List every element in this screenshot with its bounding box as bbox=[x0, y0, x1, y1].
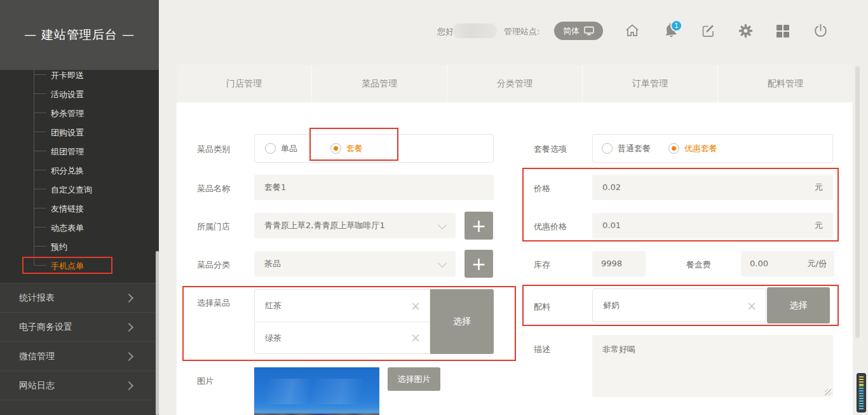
remove-dish-icon[interactable]: × bbox=[410, 300, 421, 312]
sidebar-section-sitelog[interactable]: 网站日志 bbox=[0, 371, 159, 400]
selected-dishes-list: 红茶 × 绿茶 × bbox=[254, 289, 430, 354]
page-scrollbar[interactable] bbox=[855, 66, 860, 338]
price-input[interactable]: 0.02 元 bbox=[592, 175, 833, 200]
radio-icon bbox=[602, 143, 613, 154]
chevron-right-icon bbox=[125, 294, 133, 303]
box-fee-unit: 元/份 bbox=[808, 251, 827, 276]
power-icon[interactable] bbox=[813, 23, 829, 41]
gear-icon[interactable] bbox=[738, 23, 754, 41]
select-ingredients-button[interactable]: 选择 bbox=[767, 287, 830, 323]
sidebar-item[interactable]: 预约 bbox=[0, 236, 159, 255]
radio-single-item[interactable]: 单品 bbox=[265, 143, 297, 154]
stock-value: 9998 bbox=[601, 251, 622, 276]
sidebar-sections: 统计报表 电子商务设置 微信管理 网站日志 bbox=[0, 283, 159, 415]
sidebar-section-wechat[interactable]: 微信管理 bbox=[0, 341, 159, 371]
store-select[interactable]: 青青原上草2,青青原上草咖啡厅1 bbox=[254, 213, 456, 238]
sidebar-item-label: 团购设置 bbox=[51, 127, 84, 139]
sidebar-item-label: 开卡即送 bbox=[51, 70, 84, 81]
sidebar-item[interactable]: 活动设置 bbox=[0, 84, 159, 103]
box-fee-value: 0.00 bbox=[750, 251, 768, 276]
language-label: 简体 bbox=[563, 25, 580, 37]
plus-icon: + bbox=[471, 215, 486, 236]
box-fee-input[interactable]: 0.00 元/份 bbox=[741, 251, 834, 276]
chevron-down-icon bbox=[438, 259, 447, 268]
combo-option-label: 套餐选项 bbox=[534, 144, 567, 155]
section-label: 网站日志 bbox=[19, 380, 55, 391]
dish-class-select[interactable]: 茶品 bbox=[254, 251, 456, 276]
sidebar-logo: — 建站管理后台 — bbox=[0, 0, 159, 70]
sidebar-item[interactable]: 秒杀管理 bbox=[0, 103, 159, 122]
redacted-username bbox=[452, 24, 497, 38]
resize-handle-icon[interactable] bbox=[825, 389, 831, 395]
tab-dish-management[interactable]: 菜品管理 bbox=[312, 65, 447, 102]
tree-tick-icon bbox=[34, 112, 46, 113]
select-image-button-label: 选择图片 bbox=[398, 374, 431, 385]
chevron-right-icon bbox=[125, 381, 133, 390]
dish-image-preview bbox=[254, 367, 379, 415]
remove-dish-icon[interactable]: × bbox=[410, 332, 421, 344]
sidebar-item[interactable]: 动态表单 bbox=[0, 217, 159, 236]
store-label: 所属门店 bbox=[197, 221, 230, 233]
remove-ingredient-icon[interactable]: × bbox=[747, 300, 757, 312]
tab-category-management[interactable]: 分类管理 bbox=[447, 65, 583, 102]
console-widget[interactable] bbox=[857, 373, 866, 412]
tab-order-management[interactable]: 订单管理 bbox=[583, 65, 718, 102]
plus-icon: + bbox=[471, 254, 486, 275]
dish-name-input[interactable]: 套餐1 bbox=[254, 175, 494, 200]
tree-tick-icon bbox=[34, 74, 46, 75]
sidebar-item-label: 秒杀管理 bbox=[51, 108, 84, 119]
sidebar-item[interactable]: 团购设置 bbox=[0, 122, 159, 141]
select-image-button[interactable]: 选择图片 bbox=[388, 367, 440, 391]
sidebar-item[interactable]: 积分兑换 bbox=[0, 160, 159, 179]
sidebar-section-ecommerce[interactable]: 电子商务设置 bbox=[0, 312, 159, 341]
add-store-button[interactable]: + bbox=[465, 212, 493, 240]
home-icon[interactable] bbox=[624, 22, 641, 41]
select-ingredients-button-label: 选择 bbox=[790, 300, 808, 311]
description-value: 非常好喝 bbox=[602, 344, 635, 355]
language-button[interactable]: 简体 bbox=[554, 22, 603, 40]
section-label: 统计报表 bbox=[19, 292, 55, 304]
stock-input[interactable]: 9998 bbox=[592, 251, 646, 276]
site-label: 管理站点: bbox=[504, 26, 539, 37]
sidebar-item[interactable]: 组团管理 bbox=[0, 141, 159, 160]
tree-tick-icon bbox=[34, 246, 46, 247]
tab-store-management[interactable]: 门店管理 bbox=[177, 65, 312, 102]
select-dishes-button[interactable]: 选择 bbox=[430, 289, 494, 354]
radio-discount-combo[interactable]: 优惠套餐 bbox=[668, 143, 717, 154]
sidebar-item[interactable]: 自定义查询 bbox=[0, 179, 159, 198]
description-textarea[interactable]: 非常好喝 bbox=[592, 335, 833, 397]
notifications-bell-icon[interactable]: 1 bbox=[663, 22, 681, 40]
dish-category-group: 单品 套餐 bbox=[254, 134, 494, 163]
add-class-button[interactable]: + bbox=[465, 250, 493, 278]
tab-ingredient-management[interactable]: 配料管理 bbox=[718, 65, 853, 102]
tree-tick-icon bbox=[34, 189, 46, 189]
dish-category-label: 菜品类别 bbox=[197, 144, 230, 155]
sidebar-item-label: 动态表单 bbox=[51, 222, 84, 234]
sidebar-item[interactable]: 友情链接 bbox=[0, 198, 159, 217]
radio-combo[interactable]: 套餐 bbox=[330, 143, 363, 154]
sidebar-section-stats[interactable]: 统计报表 bbox=[0, 283, 159, 312]
dish-item-name: 绿茶 bbox=[265, 322, 281, 353]
sidebar-scrollbar[interactable] bbox=[156, 251, 159, 415]
discount-price-value: 0.01 bbox=[602, 213, 621, 238]
price-unit: 元 bbox=[815, 175, 823, 200]
monitor-icon bbox=[584, 26, 594, 36]
sidebar-item-mobile-order[interactable]: 手机点单 bbox=[0, 255, 159, 275]
greeting-text: 您好 bbox=[437, 26, 454, 37]
discount-price-input[interactable]: 0.01 元 bbox=[592, 213, 833, 238]
radio-normal-combo[interactable]: 普通套餐 bbox=[602, 143, 651, 154]
tree-tick-icon bbox=[34, 151, 46, 151]
combo-option-group: 普通套餐 优惠套餐 bbox=[592, 134, 833, 163]
tree-tick-icon bbox=[34, 208, 46, 208]
ingredients-value: 鲜奶 bbox=[603, 289, 620, 322]
widget-stripes-cyan bbox=[859, 388, 864, 409]
dish-name-label: 菜品名称 bbox=[197, 183, 230, 194]
apps-grid-icon[interactable] bbox=[775, 24, 790, 41]
app-brand: — 建站管理后台 — bbox=[24, 27, 135, 43]
discount-price-unit: 元 bbox=[815, 213, 823, 238]
edit-icon[interactable] bbox=[700, 23, 716, 41]
sidebar-item-label: 自定义查询 bbox=[51, 184, 92, 196]
image-label: 图片 bbox=[197, 376, 214, 387]
ingredients-input[interactable]: 鲜奶 × bbox=[592, 289, 766, 322]
sidebar-item-label: 友情链接 bbox=[51, 203, 84, 215]
